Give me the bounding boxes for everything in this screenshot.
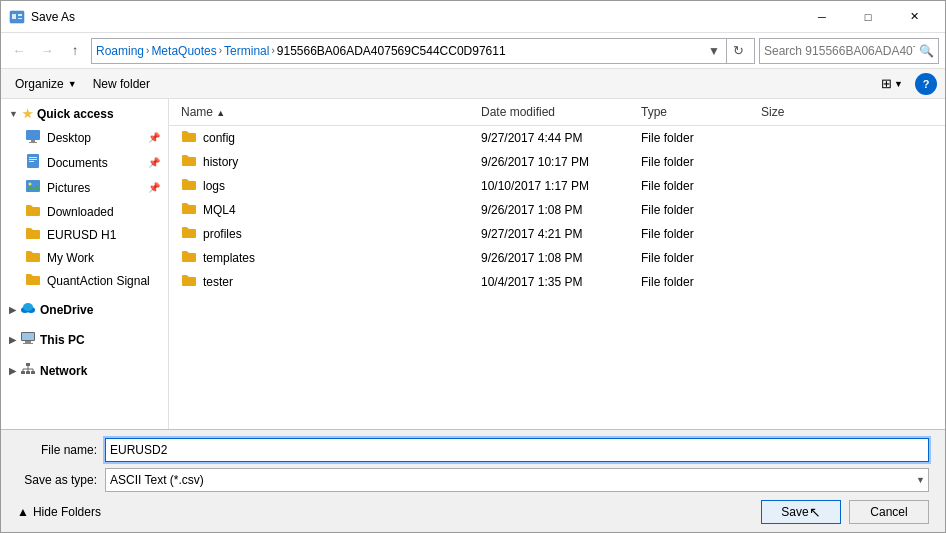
search-input[interactable] (764, 44, 915, 58)
col-header-date[interactable]: Date modified (477, 103, 637, 121)
svg-rect-3 (18, 18, 22, 19)
save-type-select[interactable]: ASCII Text (*.csv) (105, 468, 929, 492)
sidebar-item-label: EURUSD H1 (47, 228, 116, 242)
sidebar-item-quantaction-signal[interactable]: QuantAction Signal (1, 269, 168, 292)
table-row[interactable]: profiles 9/27/2017 4:21 PM File folder (169, 222, 945, 246)
sidebar-item-this-pc[interactable]: ▶ This PC (1, 327, 168, 352)
sidebar-item-label: Downloaded (47, 205, 114, 219)
file-type: File folder (637, 227, 757, 241)
file-name: MQL4 (203, 203, 236, 217)
address-bar[interactable]: Roaming › MetaQuotes › Terminal › 915566… (91, 38, 755, 64)
onedrive-icon (20, 302, 36, 317)
folder-icon (25, 203, 41, 220)
svg-rect-20 (23, 343, 33, 344)
sidebar-item-label: Network (40, 364, 87, 378)
organize-button[interactable]: Organize ▼ (9, 73, 83, 95)
sidebar-item-documents[interactable]: Documents 📌 (1, 150, 168, 175)
save-label: Save (781, 505, 808, 519)
svg-rect-2 (18, 14, 22, 16)
sidebar-item-desktop[interactable]: Desktop 📌 (1, 125, 168, 150)
sidebar-item-label: QuantAction Signal (47, 274, 150, 288)
file-name: tester (203, 275, 233, 289)
file-type: File folder (637, 251, 757, 265)
sidebar-item-label: Documents (47, 156, 108, 170)
svg-rect-22 (21, 371, 25, 374)
file-type: File folder (637, 203, 757, 217)
file-date: 9/27/2017 4:44 PM (477, 131, 637, 145)
file-name: logs (203, 179, 225, 193)
bottom-buttons: Save ↖ Cancel (761, 500, 929, 524)
dialog-icon (9, 9, 25, 25)
file-date: 9/27/2017 4:21 PM (477, 227, 637, 241)
organize-toolbar: Organize ▼ New folder ⊞ ▼ ? (1, 69, 945, 99)
crumb-current: 915566BA06ADA407569C544CC0D97611 (277, 44, 506, 58)
close-button[interactable]: ✕ (891, 1, 937, 33)
refresh-button[interactable]: ↻ (726, 38, 750, 64)
view-button[interactable]: ⊞ ▼ (877, 73, 907, 95)
pin-icon: 📌 (148, 182, 160, 193)
minimize-button[interactable]: ─ (799, 1, 845, 33)
sidebar-item-quick-access[interactable]: ▼ ★ Quick access (1, 103, 168, 125)
table-row[interactable]: templates 9/26/2017 1:08 PM File folder (169, 246, 945, 270)
table-row[interactable]: history 9/26/2017 10:17 PM File folder (169, 150, 945, 174)
file-name-label: File name: (17, 443, 97, 457)
svg-rect-19 (25, 341, 31, 343)
maximize-button[interactable]: □ (845, 1, 891, 33)
hide-folders-button[interactable]: ▲ Hide Folders (17, 505, 101, 519)
save-button[interactable]: Save ↖ (761, 500, 841, 524)
file-name-input[interactable] (105, 438, 929, 462)
sidebar-item-my-work[interactable]: My Work (1, 246, 168, 269)
view-icon: ⊞ (881, 76, 892, 91)
breadcrumb: Roaming › MetaQuotes › Terminal › 915566… (96, 44, 702, 58)
new-folder-button[interactable]: New folder (87, 73, 156, 95)
title-bar-buttons: ─ □ ✕ (799, 1, 937, 33)
cursor-icon: ↖ (809, 504, 821, 520)
file-type: File folder (637, 155, 757, 169)
col-header-name[interactable]: Name ▲ (177, 103, 477, 121)
col-header-size[interactable]: Size (757, 103, 837, 121)
sidebar-item-onedrive[interactable]: ▶ OneDrive (1, 298, 168, 321)
sort-arrow: ▲ (216, 108, 225, 118)
file-date: 10/4/2017 1:35 PM (477, 275, 637, 289)
sidebar-item-downloaded[interactable]: Downloaded (1, 200, 168, 223)
sidebar-item-eurusd-h1[interactable]: EURUSD H1 (1, 223, 168, 246)
file-name: templates (203, 251, 255, 265)
cancel-button[interactable]: Cancel (849, 500, 929, 524)
sidebar-item-network[interactable]: ▶ Network (1, 358, 168, 383)
address-dropdown-icon[interactable]: ▼ (706, 43, 722, 59)
sidebar-item-pictures[interactable]: Pictures 📌 (1, 175, 168, 200)
svg-rect-11 (26, 180, 40, 192)
back-button[interactable]: ← (7, 39, 31, 63)
svg-rect-9 (29, 159, 37, 160)
svg-point-12 (29, 183, 32, 186)
svg-rect-23 (26, 371, 30, 374)
svg-rect-8 (29, 157, 37, 158)
crumb-metaquotes[interactable]: MetaQuotes (151, 44, 216, 58)
table-row[interactable]: tester 10/4/2017 1:35 PM File folder (169, 270, 945, 294)
save-type-row: Save as type: ASCII Text (*.csv) ▼ (17, 468, 929, 492)
bottom-section: File name: Save as type: ASCII Text (*.c… (1, 429, 945, 532)
search-box[interactable]: 🔍 (759, 38, 939, 64)
col-header-type[interactable]: Type (637, 103, 757, 121)
table-row[interactable]: logs 10/10/2017 1:17 PM File folder (169, 174, 945, 198)
network-icon (20, 362, 36, 379)
crumb-roaming[interactable]: Roaming (96, 44, 144, 58)
table-row[interactable]: MQL4 9/26/2017 1:08 PM File folder (169, 198, 945, 222)
sidebar-item-label: Quick access (37, 107, 114, 121)
folder-icon (181, 249, 197, 266)
help-button[interactable]: ? (915, 73, 937, 95)
folder-icon (181, 225, 197, 242)
svg-rect-21 (26, 363, 30, 366)
folder-icon (181, 273, 197, 290)
svg-rect-4 (26, 130, 40, 140)
search-icon: 🔍 (919, 44, 934, 58)
forward-button[interactable]: → (35, 39, 59, 63)
chevron-up-icon: ▲ (17, 505, 29, 519)
crumb-terminal[interactable]: Terminal (224, 44, 269, 58)
view-dropdown-icon: ▼ (894, 79, 903, 89)
desktop-icon (25, 128, 41, 147)
folder-icon (181, 177, 197, 194)
folder-icon (25, 249, 41, 266)
table-row[interactable]: config 9/27/2017 4:44 PM File folder (169, 126, 945, 150)
up-button[interactable]: ↑ (63, 39, 87, 63)
